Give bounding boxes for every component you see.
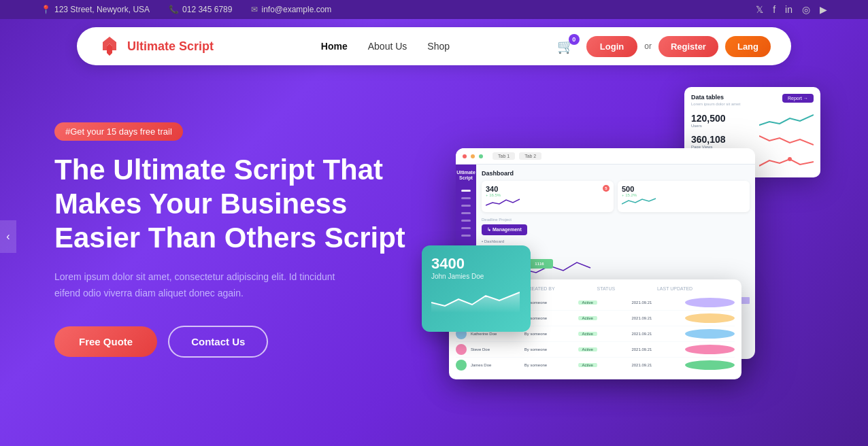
nav-shop[interactable]: Shop — [427, 41, 450, 52]
dash-card-1: 340 5 + 16.5% — [482, 181, 614, 212]
nav-home[interactable]: Home — [321, 41, 348, 52]
hero-section: ‹ #Get your 15 days free trail The Ultim… — [0, 73, 868, 400]
date-3: 2021.09.21 — [631, 332, 681, 336]
card1-num: 340 — [486, 185, 498, 193]
sidebar-item-1 — [461, 190, 471, 192]
maximize-dot — [479, 154, 483, 158]
created-4: By someone — [524, 347, 574, 351]
status-1: Active — [578, 301, 597, 305]
sidebar-item-2 — [461, 197, 471, 199]
th-updated: LAST UPDATED — [657, 286, 692, 291]
contact-us-button[interactable]: Contact Us — [168, 326, 268, 358]
hero-title: The Ultimate Script That Makes Your Busi… — [54, 153, 408, 256]
dt-subtitle: Lorem ipsum dolor sit amet — [691, 102, 740, 106]
location-icon: 📍 — [41, 5, 51, 14]
timeline-label: Deadline Project — [482, 218, 750, 222]
youtube-icon[interactable]: ▶ — [820, 4, 827, 15]
stat-num: 3400 — [431, 255, 521, 273]
avatar-thumb-3 — [685, 329, 735, 339]
table-row: James Doe By someone Active 2021.09.21 — [456, 358, 735, 373]
phone-text: 012 345 6789 — [182, 5, 232, 14]
avatar-thumb-2 — [685, 313, 735, 323]
avatar-thumb-4 — [685, 345, 735, 354]
dt-users-num: 120,500 — [691, 113, 726, 124]
dash-card-2: 500 + 15.2% — [618, 181, 750, 212]
sidebar-logo: UltimateScript — [456, 170, 475, 182]
stat-mini-chart — [431, 286, 520, 320]
cart-badge: 0 — [569, 34, 580, 45]
register-button[interactable]: Register — [658, 36, 718, 57]
close-dot — [463, 154, 467, 158]
nav-about[interactable]: About Us — [368, 41, 407, 52]
twitter-icon[interactable]: 𝕏 — [756, 4, 763, 15]
tab2: Tab 2 — [519, 152, 541, 160]
dt-stat-users: 120,500 Users — [691, 112, 814, 128]
cart-button[interactable]: 🛒 0 — [557, 38, 574, 54]
created-5: By someone — [524, 363, 574, 367]
tab1: Tab 1 — [493, 152, 515, 160]
sidebar-item-3 — [461, 205, 471, 207]
dt-pageviews-num: 360,108 — [691, 134, 726, 145]
prev-arrow[interactable]: ‹ — [0, 220, 16, 253]
minimize-dot — [471, 154, 475, 158]
created-2: By someone — [524, 316, 574, 320]
linkedin-icon[interactable]: in — [785, 4, 792, 15]
status-3: Active — [578, 332, 597, 336]
nav-links: Home About Us Shop — [321, 40, 450, 52]
trial-badge: #Get your 15 days free trail — [54, 122, 183, 141]
phone-item: 📞 012 345 6789 — [169, 5, 232, 14]
svg-point-0 — [788, 157, 792, 161]
badge1: 5 — [603, 185, 610, 192]
hero-buttons: Free Quote Contact Us — [54, 326, 408, 358]
svg-text:1116: 1116 — [535, 262, 544, 266]
avatar-4 — [456, 344, 467, 355]
topbar: 📍 123 Street, Newyork, USA 📞 012 345 678… — [0, 0, 868, 19]
stat-card-green: 3400 John Jamies Doe — [422, 245, 531, 332]
sessions-chart — [759, 154, 814, 171]
dt-title: Data tables — [691, 94, 740, 101]
sidebar-item-6 — [461, 227, 471, 229]
date-4: 2021.09.21 — [631, 347, 681, 351]
dashboard-header: Tab 1 Tab 2 — [456, 148, 755, 165]
mgmt-label: ↳ Management — [482, 224, 527, 235]
lang-button[interactable]: Lang — [725, 36, 771, 57]
navbar: Ultimate Script Home About Us Shop 🛒 0 L… — [77, 27, 791, 65]
topbar-left: 📍 123 Street, Newyork, USA 📞 012 345 678… — [41, 5, 331, 14]
pageviews-chart — [759, 133, 814, 150]
dash-content-title: Dashboard — [482, 170, 750, 177]
created-3: By someone — [524, 332, 574, 336]
free-quote-button[interactable]: Free Quote — [54, 326, 157, 357]
status-2: Active — [578, 316, 597, 320]
nav-right: 🛒 0 Login or Register Lang — [557, 36, 771, 57]
avatar-thumb-1 — [685, 298, 735, 307]
name-5: James Doe — [471, 363, 520, 367]
dash-cards: 340 5 + 16.5% 500 + 15.2% — [482, 181, 750, 212]
login-button[interactable]: Login — [586, 36, 637, 57]
date-2: 2021.09.21 — [631, 316, 681, 320]
dt-stat-pageviews: 360,108 Page Views — [691, 133, 814, 150]
name-4: Steve Doe — [471, 347, 520, 351]
dt-users-label: Users — [691, 124, 726, 128]
email-icon: ✉ — [251, 5, 258, 14]
name-3: Katherine Doe — [471, 332, 520, 336]
facebook-icon[interactable]: f — [773, 4, 775, 15]
sidebar-item-4 — [461, 212, 471, 214]
tab-bar: Tab 1 Tab 2 — [493, 152, 541, 160]
instagram-icon[interactable]: ◎ — [802, 4, 810, 15]
avatar-thumb-5 — [685, 360, 735, 370]
sidebar-item-7 — [461, 235, 471, 237]
or-label: or — [644, 41, 652, 51]
date-1: 2021.09.21 — [631, 301, 681, 305]
navbar-wrapper: Ultimate Script Home About Us Shop 🛒 0 L… — [0, 19, 868, 73]
dt-report-button[interactable]: Report → — [782, 94, 814, 103]
address-item: 📍 123 Street, Newyork, USA — [41, 5, 150, 14]
status-4: Active — [578, 347, 597, 351]
table-row: Steve Doe By someone Active 2021.09.21 — [456, 342, 735, 358]
logo[interactable]: Ultimate Script — [97, 34, 214, 58]
users-chart — [759, 112, 814, 128]
stat-label: John Jamies Doe — [431, 273, 521, 280]
address-text: 123 Street, Newyork, USA — [54, 5, 150, 14]
avatar-5 — [456, 360, 467, 371]
date-5: 2021.09.21 — [631, 363, 681, 367]
card1-chart — [486, 197, 610, 207]
